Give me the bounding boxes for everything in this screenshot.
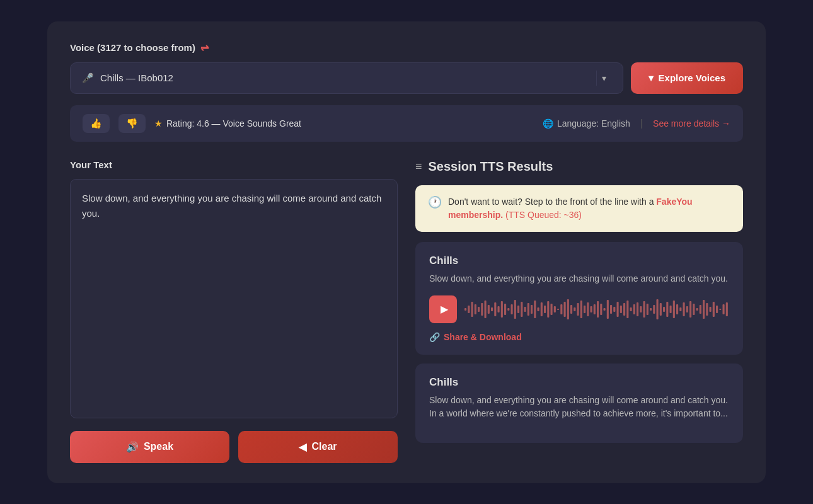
queue-count: (TTS Queued: ~36) (505, 210, 582, 220)
result-voice-name-2: Chills (429, 376, 729, 389)
content-row: Your Text Slow down, and everything you … (70, 159, 743, 463)
svg-rect-54 (643, 301, 645, 318)
svg-rect-67 (686, 306, 688, 312)
result-card-1: Chills Slow down, and everything you are… (415, 242, 743, 355)
svg-rect-15 (514, 300, 516, 319)
svg-rect-77 (719, 309, 721, 310)
svg-rect-16 (517, 306, 519, 313)
svg-rect-14 (511, 304, 513, 314)
svg-rect-36 (584, 306, 585, 313)
svg-rect-73 (706, 303, 708, 316)
svg-rect-55 (647, 304, 649, 315)
svg-rect-8 (491, 307, 493, 311)
session-title: Session TTS Results (429, 159, 553, 174)
svg-rect-10 (498, 306, 500, 312)
voice-dropdown[interactable]: 🎤 Chills — IBob012 ▾ (70, 62, 623, 94)
clear-button[interactable]: ◀ Clear (238, 431, 398, 463)
play-button-1[interactable]: ▶ (429, 295, 457, 323)
svg-rect-4 (478, 307, 480, 312)
svg-rect-25 (547, 301, 549, 318)
rating-text: ★ Rating: 4.6 — Voice Sounds Great (154, 118, 301, 129)
voice-name-display: Chills — IBob012 (100, 72, 585, 83)
audio-row-1: ▶ (429, 295, 729, 323)
svg-rect-30 (564, 302, 566, 317)
svg-rect-60 (663, 307, 665, 312)
shuffle-icon[interactable]: ⇌ (200, 42, 209, 54)
speaker-icon: 🔊 (126, 441, 139, 453)
explore-icon: ▾ (649, 72, 654, 84)
svg-rect-42 (604, 308, 606, 311)
svg-rect-49 (626, 301, 628, 318)
button-row: 🔊 Speak ◀ Clear (70, 431, 398, 463)
svg-rect-47 (620, 306, 622, 313)
svg-rect-50 (630, 307, 632, 311)
clear-icon: ◀ (299, 441, 306, 453)
result-text-2: Slow down, and everything you are chasin… (429, 394, 729, 420)
rating-right: 🌐 Language: English | See more details → (543, 118, 730, 129)
svg-rect-0 (464, 308, 466, 311)
svg-rect-3 (475, 304, 476, 314)
svg-rect-18 (524, 307, 526, 312)
star-icon: ★ (154, 118, 163, 129)
svg-rect-63 (673, 301, 675, 318)
svg-rect-22 (538, 307, 539, 311)
main-container: Voice (3127 to choose from) ⇌ 🎤 Chills —… (47, 21, 766, 483)
svg-rect-31 (567, 299, 569, 319)
svg-rect-52 (637, 302, 638, 316)
svg-rect-2 (471, 302, 473, 317)
svg-rect-78 (723, 304, 725, 314)
svg-rect-62 (670, 306, 672, 313)
mic-icon: 🎤 (82, 72, 94, 84)
explore-voices-button[interactable]: ▾ Explore Voices (631, 62, 743, 94)
text-input[interactable]: Slow down, and everything you are chasin… (70, 179, 398, 418)
svg-rect-17 (521, 302, 522, 317)
voice-dropdown-chevron[interactable]: ▾ (596, 71, 611, 86)
svg-rect-76 (716, 306, 718, 313)
svg-rect-12 (504, 304, 506, 315)
right-panel: ≡ Session TTS Results 🕐 Don't want to wa… (415, 159, 743, 463)
svg-rect-28 (557, 309, 559, 310)
rating-row: 👍 👎 ★ Rating: 4.6 — Voice Sounds Great 🌐… (70, 105, 743, 142)
speak-button[interactable]: 🔊 Speak (70, 431, 229, 463)
svg-rect-59 (660, 303, 662, 316)
result-voice-name-1: Chills (429, 255, 729, 267)
svg-rect-53 (640, 306, 642, 312)
language-text: 🌐 Language: English (543, 118, 630, 129)
svg-rect-68 (689, 301, 691, 318)
svg-rect-29 (560, 304, 562, 314)
left-panel: Your Text Slow down, and everything you … (70, 159, 398, 463)
waveform-1 (464, 295, 729, 323)
play-icon-1: ▶ (441, 303, 448, 315)
svg-rect-19 (528, 303, 529, 316)
svg-rect-33 (574, 307, 575, 311)
svg-rect-9 (494, 302, 496, 316)
svg-rect-57 (653, 305, 655, 314)
svg-rect-1 (468, 306, 470, 313)
svg-rect-23 (541, 302, 543, 316)
your-text-label: Your Text (70, 159, 398, 170)
svg-rect-41 (600, 304, 602, 315)
voice-selector-row: 🎤 Chills — IBob012 ▾ ▾ Explore Voices (70, 62, 743, 94)
svg-rect-66 (683, 302, 685, 316)
queue-text: Don't want to wait? Step to the front of… (448, 195, 730, 222)
svg-rect-69 (693, 304, 695, 315)
queue-banner: 🕐 Don't want to wait? Step to the front … (415, 185, 743, 232)
session-header: ≡ Session TTS Results (415, 159, 743, 174)
see-more-details-link[interactable]: See more details → (653, 118, 730, 129)
svg-rect-38 (591, 306, 592, 312)
svg-rect-11 (501, 301, 503, 318)
thumbs-down-button[interactable]: 👎 (118, 114, 146, 133)
voice-label: Voice (3127 to choose from) ⇌ (70, 42, 743, 54)
svg-rect-35 (580, 301, 582, 318)
svg-rect-64 (676, 304, 678, 314)
svg-rect-5 (481, 303, 483, 316)
result-card-2: Chills Slow down, and everything you are… (415, 364, 743, 443)
svg-rect-72 (703, 300, 705, 319)
thumbs-up-button[interactable]: 👍 (83, 114, 110, 133)
svg-rect-58 (657, 299, 659, 319)
share-download-link[interactable]: 🔗 Share & Download (429, 332, 729, 342)
svg-rect-24 (544, 306, 546, 313)
svg-rect-26 (551, 304, 553, 315)
globe-icon: 🌐 (543, 118, 553, 129)
svg-rect-39 (594, 304, 596, 314)
